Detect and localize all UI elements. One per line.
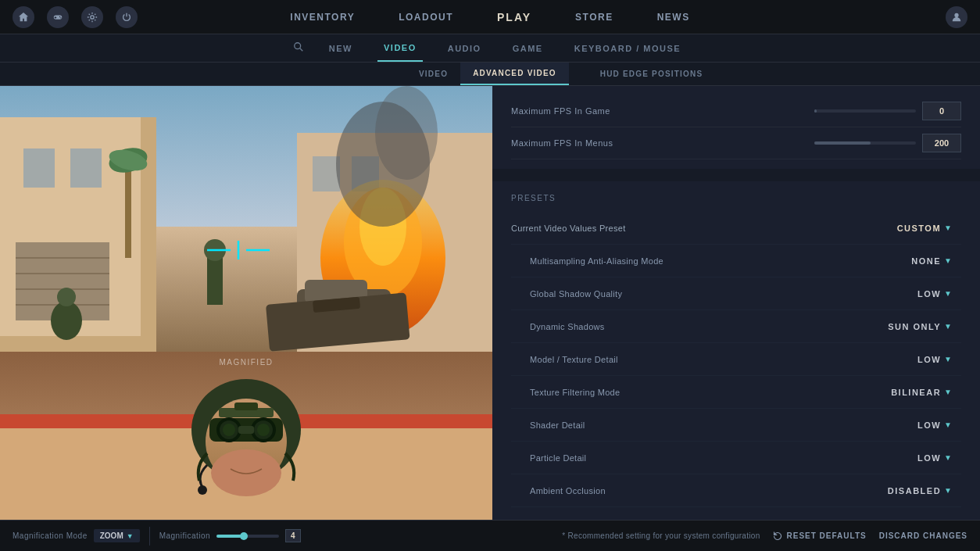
setting-label-global-shadow: Global Shadow Quality — [530, 289, 622, 299]
presets-section-label: Presets — [511, 194, 961, 202]
bottom-right-controls: * Recommended setting for your system co… — [562, 531, 967, 541]
current-preset-value: CUSTOM — [897, 224, 941, 233]
setting-row-shader-detail: Shader DetailLOW▼ — [511, 409, 961, 442]
magnification-value: 4 — [285, 529, 301, 542]
sub-tab-advanced-video[interactable]: ADVANCED VIDEO — [460, 63, 569, 85]
fps-in-menus-slider-fill — [814, 141, 871, 145]
fps-in-game-label: Maximum FPS In Game — [511, 106, 610, 116]
game-preview-top — [0, 86, 492, 352]
tab-keyboard-mouse[interactable]: KEYBOARD / MOUSE — [568, 34, 687, 62]
profile-icon[interactable] — [946, 6, 967, 28]
fps-in-game-slider-fill — [814, 109, 817, 113]
section-divider-1 — [492, 169, 980, 181]
setting-row-model-texture: Model / Texture DetailLOW▼ — [511, 343, 961, 376]
nav-inventory[interactable]: INVENTORY — [284, 9, 361, 26]
nav-loadout[interactable]: LOADOUT — [392, 9, 460, 26]
svg-rect-14 — [70, 148, 102, 188]
setting-chevron-model-texture: ▼ — [944, 355, 952, 363]
magnification-mode-chevron: ▼ — [127, 532, 134, 540]
setting-label-ambient-occlusion: Ambient Occlusion — [530, 486, 606, 496]
presets-section: Presets Current Video Values Preset CUST… — [492, 181, 980, 520]
tab-audio[interactable]: AUDIO — [442, 34, 488, 62]
magnification-label: Magnification — [159, 531, 210, 540]
fps-in-menus-label: Maximum FPS In Menus — [511, 138, 613, 148]
setting-chevron-global-shadow: ▼ — [944, 289, 952, 298]
setting-row-particle-detail: Particle DetailLOW▼ — [511, 442, 961, 474]
search-icon[interactable] — [293, 41, 304, 55]
top-navigation: INVENTORY LOADOUT PLAY STORE NEWS — [0, 0, 980, 34]
main-content: Magnified Maximum FPS In Game 0 — [0, 86, 980, 520]
magnification-mode-value: ZOOM — [100, 531, 123, 540]
svg-point-56 — [257, 424, 270, 436]
tab-game[interactable]: GAME — [506, 34, 549, 62]
reset-defaults-label: RESET DEFAULTS — [787, 531, 867, 540]
settings-icon[interactable] — [81, 6, 103, 28]
svg-rect-21 — [313, 156, 340, 191]
setting-dropdown-shader-detail[interactable]: LOW▼ — [908, 416, 961, 435]
magnification-mode-dropdown[interactable]: ZOOM ▼ — [94, 529, 140, 542]
home-icon[interactable] — [13, 6, 34, 28]
fps-in-game-value[interactable]: 0 — [922, 102, 961, 120]
setting-chevron-ambient-occlusion: ▼ — [944, 486, 952, 495]
setting-chevron-particle-detail: ▼ — [944, 453, 952, 462]
setting-value-ambient-occlusion: DISABLED — [888, 486, 941, 496]
fps-in-game-row: Maximum FPS In Game 0 — [511, 95, 961, 127]
nav-play[interactable]: PLAY — [491, 8, 538, 27]
setting-dropdown-multisampling[interactable]: NONE▼ — [902, 252, 961, 270]
current-preset-label: Current Video Values Preset — [511, 224, 626, 233]
magnification-slider[interactable] — [216, 535, 279, 538]
setting-row-dynamic-shadows: Dynamic ShadowsSUN ONLY▼ — [511, 310, 961, 343]
magnification-slider-row: Magnification 4 — [159, 529, 301, 542]
fps-in-menus-value[interactable]: 200 — [922, 134, 961, 152]
svg-rect-57 — [238, 426, 254, 434]
magnification-mode-row: Magnification Mode ZOOM ▼ — [13, 529, 140, 542]
controller-icon[interactable] — [47, 6, 69, 28]
magnification-slider-container: 4 — [216, 529, 301, 542]
settings-panel: Maximum FPS In Game 0 Maximum FPS In Men… — [492, 86, 980, 520]
setting-value-shader-detail: LOW — [917, 420, 941, 430]
fps-in-game-slider[interactable] — [814, 109, 916, 113]
sub-tab-video[interactable]: VIDEO — [406, 63, 460, 85]
tab-new[interactable]: NEW — [323, 34, 359, 62]
setting-dropdown-model-texture[interactable]: LOW▼ — [908, 350, 961, 369]
setting-dropdown-texture-filtering[interactable]: BILINEAR▼ — [882, 383, 961, 402]
setting-label-shader-detail: Shader Detail — [530, 420, 585, 430]
setting-label-model-texture: Model / Texture Detail — [530, 355, 618, 364]
nav-store[interactable]: STORE — [569, 9, 620, 26]
setting-chevron-multisampling: ▼ — [944, 256, 952, 265]
sub-tab-bar: VIDEO ADVANCED VIDEO HUD EDGE POSITIONS — [0, 63, 980, 86]
setting-dropdown-ambient-occlusion[interactable]: DISABLED▼ — [878, 481, 961, 500]
setting-chevron-texture-filtering: ▼ — [944, 388, 952, 396]
setting-label-particle-detail: Particle Detail — [530, 453, 586, 463]
current-preset-dropdown[interactable]: CUSTOM ▼ — [888, 219, 961, 238]
setting-chevron-dynamic-shadows: ▼ — [944, 322, 952, 331]
magnification-slider-thumb — [240, 532, 248, 540]
svg-point-6 — [954, 13, 958, 16]
sub-tab-hud[interactable]: HUD EDGE POSITIONS — [588, 63, 716, 85]
setting-row-hdr: High Dynamic RangePERFORMANCE▼ — [511, 507, 961, 520]
setting-dropdown-hdr[interactable]: PERFORMANCE▼ — [851, 514, 961, 521]
tab-video[interactable]: VIDEO — [377, 34, 423, 62]
power-icon[interactable] — [116, 6, 138, 28]
reset-defaults-button[interactable]: RESET DEFAULTS — [773, 531, 867, 541]
fps-in-menus-slider[interactable] — [814, 141, 916, 145]
nav-left-icons — [13, 6, 138, 28]
svg-point-4 — [60, 17, 61, 18]
current-preset-row: Current Video Values Preset CUSTOM ▼ — [511, 212, 961, 245]
fps-in-game-control: 0 — [814, 102, 961, 120]
svg-rect-2 — [55, 17, 57, 18]
setting-dropdown-particle-detail[interactable]: LOW▼ — [908, 449, 961, 467]
setting-dropdown-dynamic-shadows[interactable]: SUN ONLY▼ — [878, 317, 961, 336]
svg-point-3 — [59, 16, 60, 16]
svg-point-5 — [91, 15, 94, 18]
svg-rect-37 — [207, 258, 223, 305]
setting-row-ambient-occlusion: Ambient OcclusionDISABLED▼ — [511, 474, 961, 507]
discard-changes-button[interactable]: DISCARD CHANGES — [879, 531, 967, 540]
fps-section: Maximum FPS In Game 0 Maximum FPS In Men… — [492, 86, 980, 169]
setting-value-texture-filtering: BILINEAR — [891, 388, 941, 397]
magnification-mode-label: Magnification Mode — [13, 531, 88, 540]
setting-dropdown-global-shadow[interactable]: LOW▼ — [908, 284, 961, 303]
svg-rect-61 — [234, 403, 258, 410]
setting-value-model-texture: LOW — [917, 355, 941, 364]
nav-news[interactable]: NEWS — [651, 9, 696, 26]
